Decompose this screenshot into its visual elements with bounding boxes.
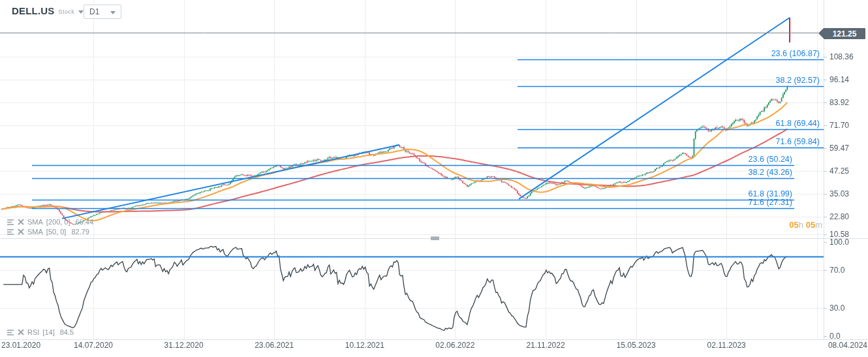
symbol-selector[interactable]: DELL.US Stock	[12, 5, 84, 16]
indicator-name: RSI	[27, 328, 39, 336]
x-axis-date-label: 15.05.2023	[617, 341, 656, 350]
indicator-value: 82.79	[71, 228, 89, 236]
price-chart-canvas[interactable]	[0, 0, 868, 357]
x-axis-date-label: 14.07.2020	[74, 341, 113, 350]
indicator-params: [200, 0]	[46, 218, 70, 226]
x-axis-date-label: 31.12.2020	[164, 341, 204, 350]
indicator-name: SMA	[27, 228, 43, 236]
remove-indicator-icon[interactable]	[18, 219, 24, 225]
trading-chart-window: DELL.US Stock D1 SMA [200, 0] 66.44 SMA …	[0, 0, 868, 357]
rsi-axis-tick-label: 30.0	[829, 303, 845, 313]
rsi-axis-tick-label: 100.0	[829, 238, 849, 247]
price-axis-tick-label: 108.36	[829, 52, 854, 61]
price-axis-tick-label: 71.70	[829, 121, 849, 130]
price-axis-tick-label: 22.80	[829, 212, 849, 221]
indicator-params: [14]	[42, 328, 54, 336]
indicator-value: 66.44	[76, 218, 94, 226]
fib-level-label: 38.2 (43.26)	[749, 168, 792, 177]
legend-row-rsi: RSI [14] 84.5	[7, 328, 74, 336]
instrument-type-label: Stock	[59, 8, 75, 15]
indicator-settings-icon[interactable]	[7, 228, 14, 236]
countdown-minutes: 05	[806, 220, 815, 230]
fib-level-label: 61.8 (69.44)	[776, 119, 820, 128]
indicator-params: [50, 0]	[46, 228, 67, 236]
price-axis-tick-label: 59.47	[829, 144, 849, 153]
chevron-down-icon	[110, 11, 116, 14]
x-axis-date-label: 02.11.2023	[707, 341, 746, 350]
pane-divider-handle[interactable]	[431, 236, 439, 240]
price-axis-tick-label: 47.25	[829, 166, 849, 176]
x-axis-date-label: 23.06.2021	[255, 341, 294, 350]
countdown-hours: 05	[789, 220, 798, 230]
indicator-settings-icon[interactable]	[7, 218, 14, 226]
timeframe-dropdown[interactable]: D1	[84, 5, 121, 19]
price-axis-tick-label: 96.14	[829, 75, 849, 84]
fib-level-label: 61.8 (31.99)	[749, 189, 792, 198]
indicator-value: 84.5	[60, 328, 74, 336]
candle-close-countdown: 05h 05m	[789, 220, 822, 230]
current-price-value: 121.25	[833, 29, 857, 39]
x-axis-date-label: 08.04.2024	[828, 341, 867, 350]
fib-level-label: 71.6 (59.84)	[776, 137, 820, 146]
fib-level-label: 38.2 (92.57)	[776, 76, 820, 85]
countdown-minutes-unit: m	[815, 220, 822, 230]
x-axis-date-label: 21.11.2022	[526, 341, 565, 350]
fib-level-label: 23.6 (50.24)	[749, 155, 792, 164]
remove-indicator-icon[interactable]	[18, 329, 24, 335]
fib-level-label: 71.6 (27.31)	[749, 198, 792, 207]
fib-level-label: 23.6 (106.87)	[771, 49, 820, 58]
price-axis-tick-label: 35.03	[829, 189, 849, 198]
symbol-name: DELL.US	[12, 5, 55, 16]
remove-indicator-icon[interactable]	[18, 228, 24, 235]
legend-row-sma50: SMA [50, 0] 82.79	[7, 228, 89, 236]
timeframe-value: D1	[89, 7, 99, 16]
x-axis-date-label: 02.06.2022	[435, 341, 474, 350]
legend-row-sma200: SMA [200, 0] 66.44	[7, 218, 93, 226]
chart-topbar: DELL.US Stock D1	[0, 0, 868, 22]
x-axis-date-label: 23.01.2020	[1, 341, 40, 350]
indicator-name: SMA	[27, 218, 43, 226]
countdown-hours-unit: h	[799, 220, 803, 230]
chevron-down-icon	[78, 10, 84, 14]
indicator-settings-icon[interactable]	[7, 328, 14, 336]
x-axis-date-label: 10.12.2021	[345, 341, 384, 350]
price-axis-tick-label: 83.92	[829, 98, 849, 107]
rsi-axis-tick-label: 70.0	[829, 266, 845, 275]
current-price-badge: 121.25	[824, 28, 865, 39]
rsi-axis-tick-label: 0.0	[829, 332, 841, 341]
